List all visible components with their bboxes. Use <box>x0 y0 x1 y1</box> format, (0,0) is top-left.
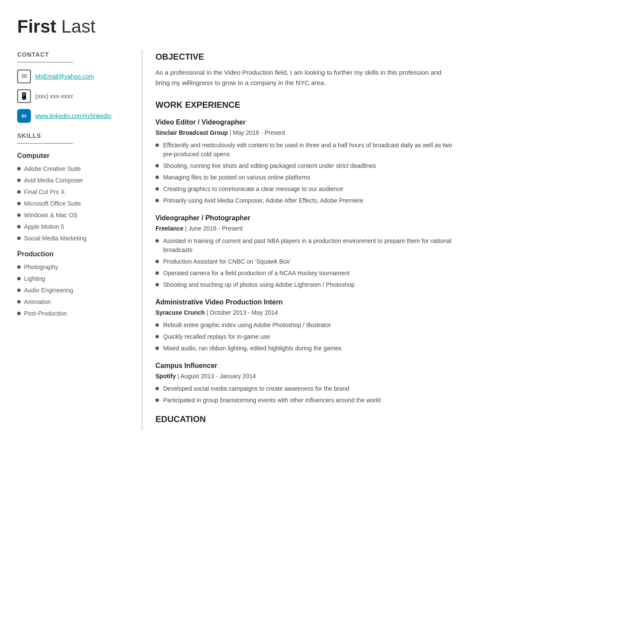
contact-section: CONTACT ✉ MyEmail@yahoo.com 📱 (xxx) xxx-… <box>17 50 129 123</box>
bullet <box>17 289 21 292</box>
right-column: OBJECTIVE As a professional in the Video… <box>142 50 455 430</box>
page-title: First Last <box>17 13 455 40</box>
list-item: Developed social media campaigns to crea… <box>155 384 455 393</box>
education-heading: EDUCATION <box>155 413 455 425</box>
list-item: Primarily using Avid Media Composer, Ado… <box>155 196 455 205</box>
list-item: Final Cut Pro X <box>17 188 129 197</box>
list-item: Production Assistant for CNBC on 'Squawk… <box>155 257 455 266</box>
bullet <box>17 312 21 315</box>
bullet <box>155 164 159 167</box>
job-1-title: Video Editor / Videographer <box>155 117 455 128</box>
bullet <box>155 323 159 327</box>
list-item: Rebuilt entire graphic index using Adobe… <box>155 321 455 330</box>
job-3-title: Administrative Video Production Intern <box>155 297 455 307</box>
list-item: Creating graphics to communicate a clear… <box>155 185 455 194</box>
bullet <box>17 190 21 194</box>
bullet <box>155 283 159 286</box>
linkedin-link[interactable]: www.linkedin.com/in/linkedin <box>35 112 111 121</box>
first-name: First <box>17 16 56 36</box>
list-item: Mixed audio, ran ribbon lighting, edited… <box>155 344 455 353</box>
bullet <box>17 237 21 240</box>
job-2: Videographer / Photographer Freelance | … <box>155 213 455 289</box>
list-item: Windows & Mac OS <box>17 211 129 220</box>
bullet <box>17 277 21 280</box>
list-item: Apple Motion 5 <box>17 222 129 231</box>
computer-skills-list: Adobe Creative Suite Avid Media Composer… <box>17 164 129 243</box>
list-item: Shooting and touching up of photos using… <box>155 280 455 289</box>
job-1: Video Editor / Videographer Sinclair Bro… <box>155 117 455 205</box>
job-4-company: Spotify | August 2013 - January 2014 <box>155 372 455 381</box>
job-4: Campus Influencer Spotify | August 2013 … <box>155 361 455 405</box>
bullet <box>17 225 21 228</box>
job-2-bullets: Assisted in training of current and past… <box>155 237 455 289</box>
list-item: Animation <box>17 298 129 307</box>
left-column: CONTACT ✉ MyEmail@yahoo.com 📱 (xxx) xxx-… <box>17 50 142 430</box>
job-4-bullets: Developed social media campaigns to crea… <box>155 384 455 405</box>
bullet <box>155 187 159 191</box>
list-item: Avid Media Composer <box>17 176 129 185</box>
job-4-title: Campus Influencer <box>155 361 455 371</box>
job-1-company: Sinclair Broadcast Group | May 2016 - Pr… <box>155 128 455 137</box>
objective-heading: OBJECTIVE <box>155 50 455 63</box>
phone-text: (xxx) xxx-xxxx <box>35 92 73 101</box>
last-name: Last <box>56 16 95 36</box>
email-link[interactable]: MyEmail@yahoo.com <box>35 72 94 81</box>
list-item: Efficiently and meticulously edit conten… <box>155 141 455 159</box>
list-item: Assisted in training of current and past… <box>155 237 455 255</box>
skills-section: SKILLS Computer Adobe Creative Suite Avi… <box>17 131 129 318</box>
bullet <box>155 260 159 263</box>
list-item: Adobe Creative Suite <box>17 164 129 173</box>
bullet <box>155 271 159 275</box>
bullet <box>17 167 21 170</box>
work-heading: WORK EXPERIENCE <box>155 98 455 111</box>
bullet <box>155 199 159 202</box>
bullet <box>155 398 159 402</box>
list-item: Participated in group brainstorming even… <box>155 396 455 405</box>
work-experience-section: WORK EXPERIENCE Video Editor / Videograp… <box>155 98 455 425</box>
bullet <box>17 202 21 205</box>
bullet <box>155 387 159 390</box>
bullet <box>155 143 159 147</box>
list-item: Operated camera for a field production o… <box>155 269 455 278</box>
job-1-bullets: Efficiently and meticulously edit conten… <box>155 141 455 205</box>
bullet <box>155 335 159 338</box>
objective-section: OBJECTIVE As a professional in the Video… <box>155 50 455 88</box>
phone-icon: 📱 <box>17 89 31 103</box>
job-3-company: Syracuse Crunch | October 2013 - May 201… <box>155 308 455 317</box>
email-icon: ✉ <box>17 70 31 83</box>
job-2-company: Freelance | June 2016 - Present <box>155 224 455 233</box>
production-skills-list: Photography Lighting Audio Engineering A… <box>17 263 129 318</box>
list-item: Managing files to be posted on various o… <box>155 173 455 182</box>
bullet <box>17 300 21 304</box>
list-item: Audio Engineering <box>17 286 129 295</box>
objective-text: As a professional in the Video Productio… <box>155 67 455 88</box>
job-3: Administrative Video Production Intern S… <box>155 297 455 353</box>
bullet <box>17 179 21 182</box>
skills-heading: SKILLS <box>17 131 129 140</box>
job-3-bullets: Rebuilt entire graphic index using Adobe… <box>155 321 455 353</box>
linkedin-icon: in <box>17 109 31 123</box>
production-skills-heading: Production <box>17 249 129 259</box>
list-item: Post-Production <box>17 309 129 318</box>
list-item: Lighting <box>17 274 129 283</box>
phone-item: 📱 (xxx) xxx-xxxx <box>17 89 129 103</box>
bullet <box>17 265 21 269</box>
bullet <box>155 346 159 350</box>
education-section: EDUCATION <box>155 413 455 425</box>
linkedin-item: in www.linkedin.com/in/linkedin <box>17 109 129 123</box>
job-2-title: Videographer / Photographer <box>155 213 455 223</box>
list-item: Photography <box>17 263 129 272</box>
skills-divider <box>17 143 73 144</box>
bullet <box>155 176 159 179</box>
contact-heading: CONTACT <box>17 50 129 59</box>
bullet <box>155 239 159 243</box>
list-item: Social Media Marketing <box>17 234 129 243</box>
list-item: Shooting, running live shots and editing… <box>155 161 455 170</box>
computer-skills-heading: Computer <box>17 151 129 161</box>
list-item: Microsoft Office Suite <box>17 199 129 208</box>
email-item: ✉ MyEmail@yahoo.com <box>17 70 129 83</box>
contact-divider <box>17 62 73 63</box>
bullet <box>17 213 21 217</box>
list-item: Quickly recalled replays for in-game use <box>155 332 455 341</box>
